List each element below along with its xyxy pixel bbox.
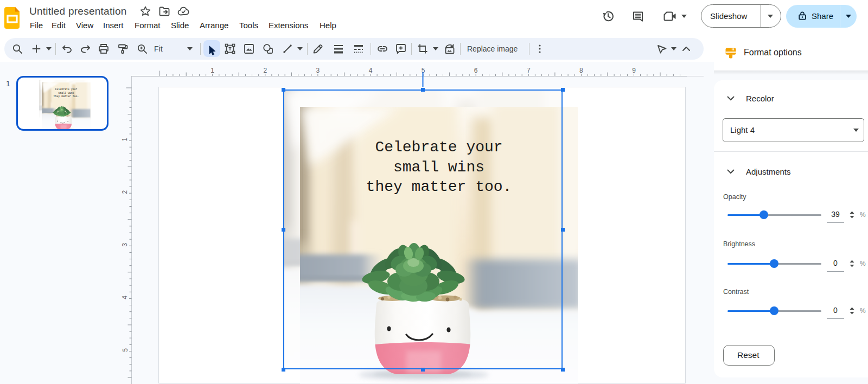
svg-text:7: 7 [527,67,531,74]
svg-text:1: 1 [210,67,214,74]
svg-text:5: 5 [422,67,425,74]
svg-text:6: 6 [474,67,478,74]
svg-text:3: 3 [316,67,320,74]
svg-text:2: 2 [263,67,267,74]
svg-text:4: 4 [369,67,373,74]
svg-text:9: 9 [632,67,636,74]
svg-text:8: 8 [579,67,583,74]
